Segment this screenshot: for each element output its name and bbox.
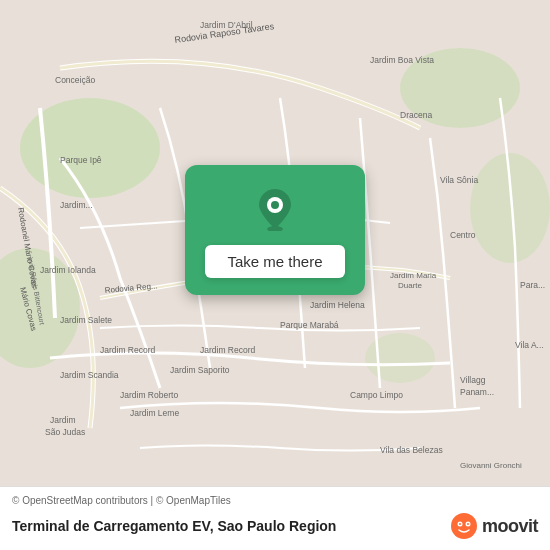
svg-text:Jardim Roberto: Jardim Roberto	[120, 390, 178, 400]
svg-text:Centro: Centro	[450, 230, 476, 240]
moovit-brand-text: moovit	[482, 516, 538, 537]
svg-text:Jardim Iolanda: Jardim Iolanda	[40, 265, 96, 275]
svg-text:Jardim Leme: Jardim Leme	[130, 408, 179, 418]
svg-text:Vila das Belezas: Vila das Belezas	[380, 445, 443, 455]
location-card: Take me there	[185, 165, 365, 295]
bottom-bar: © OpenStreetMap contributors | © OpenMap…	[0, 486, 550, 550]
svg-text:Conceição: Conceição	[55, 75, 95, 85]
svg-text:Parque Ipê: Parque Ipê	[60, 155, 102, 165]
svg-text:Villagg: Villagg	[460, 375, 486, 385]
svg-text:Campo Limpo: Campo Limpo	[350, 390, 403, 400]
svg-point-42	[271, 201, 279, 209]
location-name: Terminal de Carregamento EV, Sao Paulo R…	[12, 518, 336, 534]
location-pin-icon	[257, 187, 293, 231]
svg-text:Jardim Scandia: Jardim Scandia	[60, 370, 119, 380]
svg-text:Jardim...: Jardim...	[60, 200, 93, 210]
svg-text:Dracena: Dracena	[400, 110, 432, 120]
moovit-logo: moovit	[450, 512, 538, 540]
svg-text:Jardim D'Abril: Jardim D'Abril	[200, 20, 253, 30]
svg-text:Jardim Record: Jardim Record	[200, 345, 256, 355]
svg-text:Giovanni Gronchi: Giovanni Gronchi	[460, 461, 522, 470]
svg-text:Jardim: Jardim	[50, 415, 76, 425]
svg-text:Vila A...: Vila A...	[515, 340, 544, 350]
map-attribution: © OpenStreetMap contributors | © OpenMap…	[12, 495, 538, 506]
svg-point-47	[467, 523, 469, 525]
svg-text:Jardim Boa Vista: Jardim Boa Vista	[370, 55, 434, 65]
svg-point-3	[470, 153, 550, 263]
svg-text:Duarte: Duarte	[398, 281, 423, 290]
svg-text:Panam...: Panam...	[460, 387, 494, 397]
app: Rodovia Raposo Tavares Rodoanél Mário Co…	[0, 0, 550, 550]
location-info: Terminal de Carregamento EV, Sao Paulo R…	[12, 512, 538, 540]
svg-text:Vila Sônia: Vila Sônia	[440, 175, 478, 185]
svg-text:Jardim Saporito: Jardim Saporito	[170, 365, 230, 375]
moovit-logo-icon	[450, 512, 478, 540]
svg-text:São Judas: São Judas	[45, 427, 85, 437]
take-me-there-button[interactable]: Take me there	[205, 245, 344, 278]
svg-text:Jardim Record: Jardim Record	[100, 345, 156, 355]
svg-text:Jardim Maria: Jardim Maria	[390, 271, 437, 280]
svg-point-46	[459, 523, 461, 525]
svg-point-43	[451, 513, 477, 539]
map-container[interactable]: Rodovia Raposo Tavares Rodoanél Mário Co…	[0, 0, 550, 486]
svg-text:Parque Marabá: Parque Marabá	[280, 320, 339, 330]
svg-text:Jardim Helena: Jardim Helena	[310, 300, 365, 310]
svg-text:Para...: Para...	[520, 280, 545, 290]
svg-text:Jardim Salete: Jardim Salete	[60, 315, 112, 325]
